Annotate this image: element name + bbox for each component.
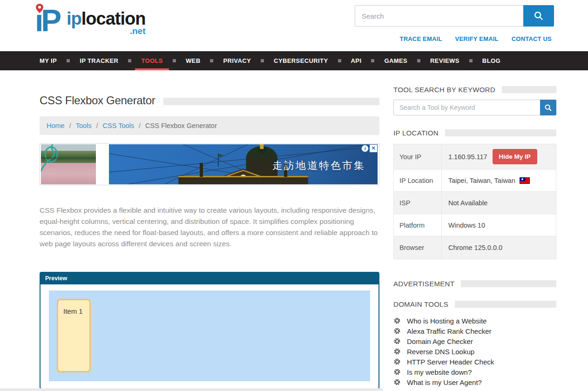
nav-separator bbox=[173, 59, 176, 62]
nav-separator bbox=[371, 59, 374, 62]
trace-email-link[interactable]: TRACE EMAIL bbox=[400, 35, 442, 42]
logo-net: .net bbox=[130, 26, 146, 36]
domain-tool-domain-age[interactable]: Domain Age Checker bbox=[393, 336, 556, 346]
nav-item-cybersecurity[interactable]: CYBERSECURITY bbox=[264, 51, 338, 70]
header-links: TRACE EMAIL VERIFY EMAIL CONTACT US bbox=[400, 35, 552, 42]
advertisement-heading: ADVERTISEMENT bbox=[393, 280, 454, 288]
contact-us-link[interactable]: CONTACT US bbox=[512, 35, 552, 42]
breadcrumb-css-tools[interactable]: CSS Tools bbox=[103, 122, 134, 129]
domain-tools-list: Who is Hosting a Website Alexa Traffic R… bbox=[393, 316, 556, 387]
domain-tool-reverse-dns[interactable]: Reverse DNS Lookup bbox=[393, 346, 556, 357]
nav-item-blog[interactable]: BLOG bbox=[473, 51, 510, 70]
browser-value: Chrome 125.0.0.0 bbox=[448, 244, 502, 251]
tool-search-input[interactable] bbox=[393, 100, 540, 115]
nav-item-web[interactable]: WEB bbox=[176, 51, 210, 70]
heading-decorative-bar bbox=[455, 301, 556, 308]
breadcrumb-current: CSS Flexbox Generator bbox=[145, 122, 217, 129]
ad-close-icon[interactable]: ✕ bbox=[370, 145, 377, 152]
nav-item-my-ip[interactable]: MY IP bbox=[30, 51, 67, 70]
tool-search-heading: TOOL SEARCH BY KEYWORD bbox=[393, 86, 495, 94]
logo-word-ip: ip bbox=[67, 9, 81, 28]
nav-item-games[interactable]: GAMES bbox=[374, 51, 417, 70]
breadcrumb: Home / Tools / CSS Tools / CSS Flexbox G… bbox=[40, 116, 379, 135]
breadcrumb-separator: / bbox=[69, 122, 71, 129]
preview-panel: Preview Item 1 bbox=[40, 272, 379, 389]
flex-item-1[interactable]: Item 1 bbox=[57, 299, 91, 372]
nav-separator bbox=[128, 59, 131, 62]
map-pin-icon bbox=[36, 4, 43, 13]
table-row: Platform Windows 10 bbox=[394, 214, 556, 236]
heading-decorative-bar bbox=[461, 280, 556, 287]
gear-icon bbox=[393, 327, 401, 335]
heading-decorative-bar bbox=[445, 129, 556, 136]
title-decorative-bar bbox=[163, 98, 379, 105]
preview-header: Preview bbox=[41, 273, 378, 284]
domain-tool-whois-hosting[interactable]: Who is Hosting a Website bbox=[393, 316, 556, 326]
table-row: ISP Not Available bbox=[394, 192, 556, 214]
nav-separator bbox=[261, 59, 264, 62]
ad-main-image: 走訪地道特色市集 i ✕ bbox=[109, 144, 378, 184]
breadcrumb-separator: / bbox=[96, 122, 98, 129]
search-icon bbox=[544, 104, 552, 112]
domain-tool-website-down[interactable]: Is my website down? bbox=[393, 367, 556, 377]
row-label: Your IP bbox=[394, 144, 442, 169]
taiwan-flag-icon bbox=[520, 177, 530, 184]
your-ip-value: 1.160.95.117 bbox=[448, 153, 487, 161]
nav-separator bbox=[67, 59, 70, 62]
hide-my-ip-button[interactable]: Hide My IP bbox=[493, 149, 537, 164]
table-row: Your IP 1.160.95.117 Hide My IP bbox=[394, 144, 556, 169]
domain-tool-user-agent[interactable]: What is my User Agent? bbox=[393, 377, 556, 387]
ip-location-heading: IP LOCATION bbox=[393, 129, 439, 137]
tool-description: CSS Flexbox provides a flexible and intu… bbox=[40, 205, 379, 249]
header-search-input[interactable] bbox=[355, 5, 523, 27]
domain-tools-heading: DOMAIN TOOLS bbox=[393, 300, 448, 308]
tool-search-button[interactable] bbox=[540, 100, 556, 115]
nav-item-reviews[interactable]: REVIEWS bbox=[420, 51, 469, 70]
nav-separator bbox=[469, 59, 473, 62]
nav-separator bbox=[210, 59, 213, 62]
platform-value: Windows 10 bbox=[448, 222, 485, 229]
ip-location-table: Your IP 1.160.95.117 Hide My IP IP Locat… bbox=[393, 144, 556, 259]
row-label: IP Location bbox=[394, 169, 442, 191]
page-bottom-strip bbox=[0, 388, 383, 391]
nav-item-tools[interactable]: TOOLS bbox=[131, 51, 173, 70]
main-nav: MY IP IP TRACKER TOOLS WEB PRIVACY CYBER… bbox=[0, 51, 588, 71]
gear-icon bbox=[393, 348, 401, 355]
gear-icon bbox=[393, 358, 401, 365]
nav-item-api[interactable]: API bbox=[341, 51, 372, 70]
nav-separator bbox=[417, 59, 420, 62]
site-header: ıP iplocation .net TRACE EMAIL VERIFY EM… bbox=[0, 0, 588, 51]
header-search-button[interactable] bbox=[523, 5, 554, 27]
breadcrumb-home[interactable]: Home bbox=[47, 122, 65, 129]
nav-item-ip-tracker[interactable]: IP TRACKER bbox=[70, 51, 128, 70]
page-title: CSS Flexbox Generator bbox=[40, 94, 155, 107]
gear-icon bbox=[393, 378, 401, 386]
table-row: IP Location Taipei, Taiwan, Taiwan bbox=[394, 169, 556, 192]
breadcrumb-separator: / bbox=[139, 122, 141, 129]
sidebar: TOOL SEARCH BY KEYWORD IP LOCATION Your … bbox=[393, 71, 556, 387]
ad-info-icon[interactable]: i bbox=[361, 145, 369, 152]
gear-icon bbox=[393, 337, 401, 345]
ad-banner[interactable]: 走訪地道特色市集 i ✕ bbox=[40, 143, 379, 185]
table-row: Browser Chrome 125.0.0.0 bbox=[394, 236, 556, 259]
site-logo[interactable]: ıP iplocation .net bbox=[35, 3, 145, 38]
gear-icon bbox=[393, 368, 401, 376]
domain-tool-alexa-rank[interactable]: Alexa Traffic Rank Checker bbox=[393, 326, 556, 336]
row-label: ISP bbox=[394, 192, 442, 214]
breadcrumb-tools[interactable]: Tools bbox=[76, 122, 92, 129]
preview-body: Item 1 bbox=[41, 284, 378, 388]
ip-location-value: Taipei, Taiwan, Taiwan bbox=[448, 177, 515, 184]
main-content: CSS Flexbox Generator Home / Tools / CSS… bbox=[40, 71, 379, 389]
logo-word-location: location bbox=[81, 9, 146, 28]
nav-item-privacy[interactable]: PRIVACY bbox=[213, 51, 261, 70]
domain-tool-http-header[interactable]: HTTP Server Header Check bbox=[393, 357, 556, 367]
verify-email-link[interactable]: VERIFY EMAIL bbox=[455, 35, 499, 42]
tool-search bbox=[393, 100, 556, 115]
logo-text: iplocation .net bbox=[67, 9, 145, 28]
ad-left-image bbox=[41, 144, 96, 184]
isp-value: Not Available bbox=[448, 199, 487, 207]
row-label: Browser bbox=[394, 236, 442, 259]
row-label: Platform bbox=[394, 214, 442, 236]
search-icon bbox=[534, 11, 544, 21]
header-search bbox=[355, 5, 554, 27]
